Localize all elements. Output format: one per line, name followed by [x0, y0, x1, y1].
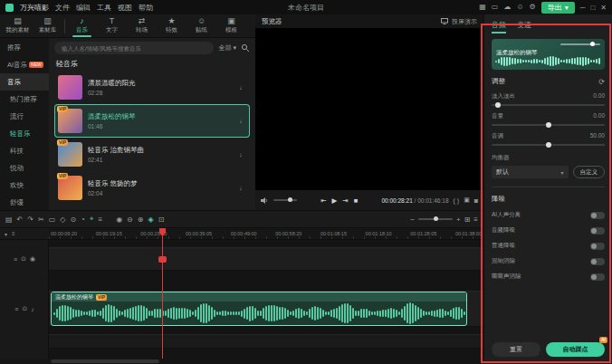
keyframe-icon[interactable]: ⌖	[90, 215, 94, 224]
tab-effects[interactable]: ★特效	[157, 15, 186, 36]
tab-text[interactable]: T文字	[97, 15, 127, 36]
music-item[interactable]: VIP 轻音乐 治愈钢琴曲02:41 ↓	[54, 138, 250, 171]
timeline-zoom-slider[interactable]	[418, 218, 453, 220]
download-icon[interactable]: ↓	[235, 183, 246, 194]
category-soothing[interactable]: 舒缓	[0, 194, 49, 211]
music-item[interactable]: 清晨温暖的阳光02:28 ↓	[54, 71, 250, 104]
record-icon[interactable]: ◔	[81, 216, 85, 224]
previous-frame-icon[interactable]: ⇤	[320, 196, 326, 205]
lock-icon[interactable]: ⊙	[22, 305, 27, 312]
reverb-removal-toggle[interactable]	[590, 258, 605, 265]
export-button[interactable]: 导出▾	[541, 2, 575, 14]
menu-edit[interactable]: 编辑	[76, 3, 91, 13]
search-icon[interactable]	[241, 43, 250, 53]
tab-stock-media[interactable]: ▥素材库	[33, 15, 62, 36]
timeline-tracks[interactable]: 温柔放松的钢琴 VIP	[49, 240, 483, 359]
search-input[interactable]	[54, 42, 214, 54]
marker-icon[interactable]: ⊙	[70, 216, 76, 224]
equalizer-custom-button[interactable]: 自定义	[573, 166, 606, 178]
zoom-out-icon[interactable]: −	[410, 216, 415, 224]
track-menu-icon[interactable]: ≡	[14, 256, 17, 263]
category-light-music[interactable]: 轻音乐	[0, 125, 49, 142]
cloud-icon[interactable]: ☁	[503, 4, 511, 11]
track-options-icon[interactable]: ▾	[5, 231, 7, 237]
tab-transition[interactable]: ⇄转场	[127, 15, 157, 36]
fade-slider[interactable]	[492, 104, 605, 106]
tab-music[interactable]: ♪音乐	[67, 15, 97, 36]
fullscreen-icon[interactable]: ▣	[464, 196, 470, 204]
audio-clip-card[interactable]: 温柔放松的钢琴	[492, 39, 605, 70]
pitch-slider[interactable]	[492, 144, 605, 146]
volume-slider[interactable]	[273, 199, 297, 201]
reset-button[interactable]: 重置	[492, 342, 540, 357]
category-tech[interactable]: 科技	[0, 142, 49, 159]
category-upbeat[interactable]: 悦动	[0, 159, 49, 177]
mixer-icon[interactable]: ≡	[98, 216, 102, 224]
timeline-horizontal-scrollbar[interactable]	[49, 359, 483, 364]
maximize-button[interactable]: □	[590, 4, 595, 12]
snapshot-camera-icon[interactable]: ◙	[474, 197, 478, 204]
audio-denoise-toggle[interactable]	[590, 227, 605, 235]
play-icon[interactable]: ▶	[332, 196, 338, 205]
empty-track-lane[interactable]	[49, 334, 483, 349]
timeline-ruler[interactable]: 00:00:09:20 00:00:19:15 00:00:29:10 00:0…	[49, 228, 483, 240]
undo-icon[interactable]: ↶	[17, 216, 24, 224]
normal-denoise-toggle[interactable]	[590, 243, 605, 250]
redo-icon[interactable]: ↷	[27, 216, 33, 224]
category-cheerful[interactable]: 欢快	[0, 177, 49, 194]
next-frame-icon[interactable]: ⇥	[342, 196, 348, 205]
equalizer-select[interactable]: 默认▾	[492, 166, 569, 178]
playhead-line[interactable]	[162, 228, 163, 359]
eye-icon[interactable]: ◉	[30, 255, 35, 263]
speed-icon[interactable]: ◇	[60, 216, 65, 224]
zoom-in-icon[interactable]: +	[456, 216, 461, 224]
user-icon[interactable]: ☺	[516, 4, 523, 11]
auto-ripple-icon[interactable]: ⊡	[158, 216, 165, 224]
volume-icon[interactable]	[261, 196, 269, 205]
tab-speed[interactable]: 变速	[517, 20, 531, 34]
snap-magnet-icon[interactable]: ◈	[148, 216, 154, 224]
preview-stage[interactable]	[255, 28, 483, 190]
download-icon[interactable]: ↓	[235, 149, 246, 160]
vocal-separation-toggle[interactable]	[590, 212, 605, 219]
category-hot[interactable]: 热门推荐	[0, 91, 49, 108]
music-item[interactable]: VIP 轻音乐 悠扬的梦02:04 ↓	[54, 171, 250, 205]
menu-file[interactable]: 文件	[55, 3, 70, 13]
track-menu-icon[interactable]: ≡	[14, 306, 18, 312]
video-track-lane[interactable]	[49, 247, 483, 271]
crop-icon[interactable]: ▭	[49, 216, 56, 224]
audio-clip[interactable]: 温柔放松的钢琴 VIP	[51, 292, 467, 326]
fit-timeline-icon[interactable]: ⊞	[464, 216, 471, 224]
filter-dropdown[interactable]: 全部▾	[218, 43, 236, 53]
track-height-icon[interactable]: ≡	[12, 231, 15, 236]
tab-sticker[interactable]: ☺贴纸	[186, 15, 216, 36]
workspace-grid-icon[interactable]: ▦	[479, 4, 486, 11]
settings-gear-icon[interactable]: ⚙	[530, 4, 536, 11]
cast-display-button[interactable]: 投屏演示	[441, 17, 477, 26]
category-music[interactable]: 音乐	[0, 73, 49, 91]
device-icon[interactable]: ▭	[492, 4, 499, 11]
hiss-removal-toggle[interactable]	[590, 273, 605, 281]
render-preview-icon[interactable]: ◉	[116, 216, 122, 224]
scrollbar-thumb[interactable]	[51, 359, 159, 363]
media-panel-icon[interactable]: ▤	[5, 216, 13, 224]
playhead-marker[interactable]	[158, 256, 167, 263]
lock-icon[interactable]: ⊙	[21, 255, 26, 263]
menu-view[interactable]: 视图	[118, 3, 132, 13]
split-scissors-icon[interactable]: ✂	[38, 216, 44, 224]
close-button[interactable]: ✕	[600, 4, 607, 12]
mark-in-out-icon[interactable]: ( )	[454, 197, 460, 204]
tab-template[interactable]: ▣模板	[216, 15, 246, 36]
card-volume-slider[interactable]	[560, 43, 600, 45]
auto-beat-button[interactable]: 自动踩点AI	[546, 342, 605, 357]
menu-help[interactable]: 帮助	[139, 3, 153, 13]
download-icon[interactable]: ↓	[235, 116, 246, 127]
menu-tools[interactable]: 工具	[97, 3, 111, 13]
stop-icon[interactable]: ■	[354, 196, 359, 205]
reset-section-icon[interactable]: ⟳	[598, 78, 605, 86]
download-icon[interactable]: ↓	[235, 82, 246, 93]
category-recommend[interactable]: 推荐	[0, 39, 49, 56]
track-manager-icon[interactable]: ≡	[473, 216, 478, 224]
add-icon[interactable]: ⊕	[138, 216, 144, 224]
minimize-button[interactable]: ─	[580, 4, 586, 12]
